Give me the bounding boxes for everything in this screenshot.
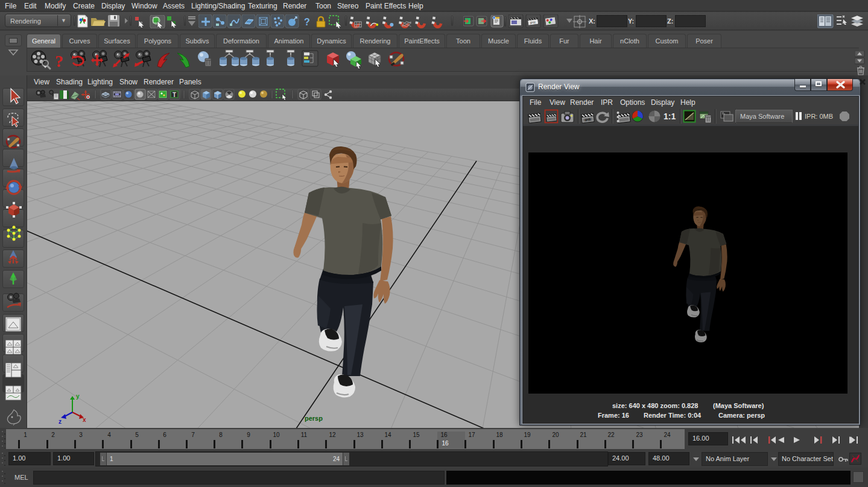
svg-text:IPR: IPR (530, 20, 536, 25)
svg-text:persp: persp (305, 415, 323, 422)
svg-text:x: x (83, 416, 86, 423)
svg-text:z: z (59, 418, 62, 425)
svg-text:?: ? (55, 52, 63, 71)
svg-text:y: y (76, 393, 80, 400)
svg-text:1:1: 1:1 (664, 112, 676, 121)
svg-text:T: T (173, 92, 176, 98)
svg-text:?: ? (304, 17, 310, 27)
